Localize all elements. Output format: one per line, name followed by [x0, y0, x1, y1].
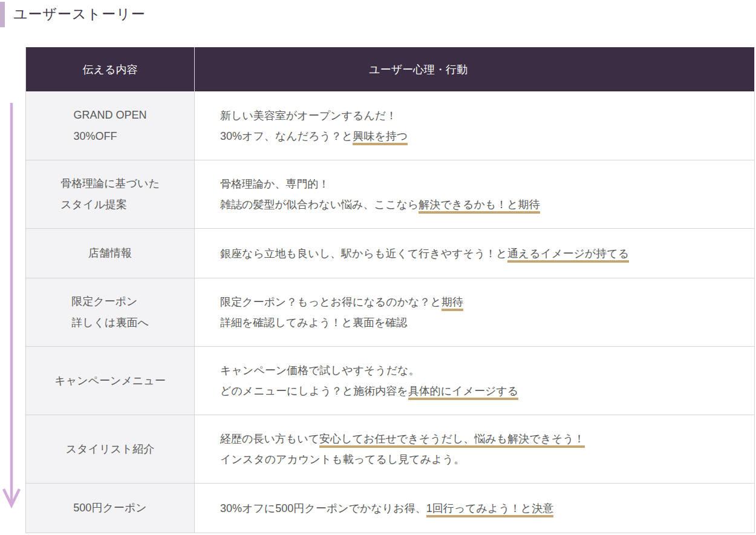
content-text: 店舗情報: [88, 243, 132, 264]
psychology-line: 30%オフに500円クーポンでかなりお得、1回行ってみよう！と決意: [220, 498, 553, 519]
psychology-line: 新しい美容室がオープンするんだ！: [220, 105, 408, 126]
text-segment: 銀座なら立地も良いし、駅からも近くて行きやすそう！と: [220, 248, 507, 260]
psychology-cell: キャンペーン価格で試しやすそうだな。どのメニューにしよう？と施術内容を具体的にイ…: [194, 347, 754, 415]
content-text: 限定クーポン詳しくは裏面へ: [71, 291, 149, 333]
table-row: 骨格理論に基づいたスタイル提案骨格理論か、専門的！雑誌の髪型が似合わない悩み、こ…: [26, 160, 754, 228]
psychology-line: 経歴の長い方もいて安心してお任せできそうだし、悩みも解決できそう！: [220, 428, 585, 449]
text-segment: 骨格理論か、専門的！: [220, 178, 329, 190]
text-segment: 限定クーポン？もっとお得になるのかな？と: [220, 296, 442, 308]
psychology-line: 銀座なら立地も良いし、駅からも近くて行きやすそう！と通えるイメージが持てる: [220, 243, 629, 264]
psychology-line: 30%オフ、なんだろう？と興味を持つ: [220, 126, 408, 146]
psychology-cell: 経歴の長い方もいて安心してお任せできそうだし、悩みも解決できそう！インスタのアカ…: [194, 415, 754, 483]
psychology-line: 限定クーポン？もっとお得になるのかな？と期待: [220, 292, 463, 312]
content-cell: キャンペーンメニュー: [26, 347, 194, 415]
page: ユーザーストーリー 伝える内容 ユーザー心理・行動 GRAND OPEN30%O…: [0, 0, 756, 535]
psychology-line: キャンペーン価格で試しやすそうだな。: [220, 360, 518, 381]
text-segment: 30%オフに500円クーポンでかなりお得、: [220, 502, 426, 514]
table-row: GRAND OPEN30%OFF新しい美容室がオープンするんだ！30%オフ、なん…: [26, 91, 754, 160]
content-cell: スタイリスト紹介: [26, 415, 194, 483]
highlighted-text: 通えるイメージが持てる: [507, 248, 629, 263]
psychology-text: 骨格理論か、専門的！雑誌の髪型が似合わない悩み、ここなら解決できるかも！と期待: [220, 174, 540, 215]
psychology-line: 詳細を確認してみよう！と裏面を確認: [220, 312, 463, 333]
psychology-cell: 30%オフに500円クーポンでかなりお得、1回行ってみよう！と決意: [194, 484, 754, 533]
psychology-line: どのメニューにしよう？と施術内容を具体的にイメージする: [220, 381, 518, 401]
table-header-row: 伝える内容 ユーザー心理・行動: [26, 47, 754, 91]
psychology-cell: 銀座なら立地も良いし、駅からも近くて行きやすそう！と通えるイメージが持てる: [194, 229, 754, 278]
content-line: スタイリスト紹介: [66, 439, 155, 460]
page-title: ユーザーストーリー: [13, 5, 146, 24]
header-psychology-column: ユーザー心理・行動: [194, 47, 754, 91]
content-line: 店舗情報: [88, 243, 132, 264]
user-story-table: 伝える内容 ユーザー心理・行動 GRAND OPEN30%OFF新しい美容室がオ…: [25, 47, 755, 533]
psychology-text: 30%オフに500円クーポンでかなりお得、1回行ってみよう！と決意: [220, 498, 553, 519]
table-body: GRAND OPEN30%OFF新しい美容室がオープンするんだ！30%オフ、なん…: [26, 91, 754, 533]
psychology-line: 雑誌の髪型が似合わない悩み、ここなら解決できるかも！と期待: [220, 194, 540, 215]
content-line: 詳しくは裏面へ: [71, 312, 149, 333]
text-segment: 30%オフ、なんだろう？と: [220, 130, 353, 142]
table-row: スタイリスト紹介経歴の長い方もいて安心してお任せできそうだし、悩みも解決できそう…: [26, 415, 754, 483]
psychology-text: キャンペーン価格で試しやすそうだな。どのメニューにしよう？と施術内容を具体的にイ…: [220, 360, 518, 401]
content-line: 500円クーポン: [73, 497, 146, 519]
psychology-cell: 新しい美容室がオープンするんだ！30%オフ、なんだろう？と興味を持つ: [194, 91, 754, 160]
psychology-line: インスタのアカウントも載ってるし見てみよう。: [220, 449, 585, 470]
content-text: 500円クーポン: [73, 497, 146, 519]
table-row: 店舗情報銀座なら立地も良いし、駅からも近くて行きやすそう！と通えるイメージが持て…: [26, 228, 754, 278]
text-segment: 雑誌の髪型が似合わない悩み、ここなら: [220, 199, 419, 211]
highlighted-text: 安心してお任せできそうだし、悩みも解決できそう！: [319, 433, 585, 448]
highlighted-text: 解決できるかも！と期待: [419, 199, 540, 214]
content-text: スタイリスト紹介: [66, 439, 155, 460]
highlighted-text: 1回行ってみよう！と決意: [426, 502, 554, 517]
psychology-text: 新しい美容室がオープンするんだ！30%オフ、なんだろう？と興味を持つ: [220, 105, 408, 146]
text-segment: インスタのアカウントも載ってるし見てみよう。: [220, 453, 464, 465]
highlighted-text: 具体的にイメージする: [408, 385, 519, 400]
content-text: GRAND OPEN30%OFF: [73, 105, 146, 147]
highlighted-text: 興味を持つ: [353, 130, 408, 145]
content-line: 骨格理論に基づいた: [60, 173, 160, 194]
content-line: 30%OFF: [73, 126, 146, 147]
psychology-text: 限定クーポン？もっとお得になるのかな？と期待詳細を確認してみよう！と裏面を確認: [220, 292, 463, 333]
content-line: スタイル提案: [60, 194, 160, 215]
psychology-text: 銀座なら立地も良いし、駅からも近くて行きやすそう！と通えるイメージが持てる: [220, 243, 629, 264]
psychology-line: 骨格理論か、専門的！: [220, 174, 540, 194]
highlighted-text: 期待: [442, 296, 463, 311]
content-line: 限定クーポン: [71, 291, 149, 312]
content-cell: 500円クーポン: [26, 484, 194, 533]
table-row: 限定クーポン詳しくは裏面へ限定クーポン？もっとお得になるのかな？と期待詳細を確認…: [26, 278, 754, 346]
text-segment: 経歴の長い方もいて: [220, 433, 319, 445]
content-text: キャンペーンメニュー: [54, 370, 165, 392]
psychology-text: 経歴の長い方もいて安心してお任せできそうだし、悩みも解決できそう！インスタのアカ…: [220, 428, 585, 470]
text-segment: 新しい美容室がオープンするんだ！: [220, 110, 397, 122]
content-cell: 骨格理論に基づいたスタイル提案: [26, 160, 194, 228]
psychology-cell: 骨格理論か、専門的！雑誌の髪型が似合わない悩み、ここなら解決できるかも！と期待: [194, 160, 754, 228]
content-cell: GRAND OPEN30%OFF: [26, 91, 194, 160]
down-arrow-icon: [0, 0, 24, 535]
text-segment: どのメニューにしよう？と施術内容を: [220, 385, 408, 397]
content-line: GRAND OPEN: [73, 105, 146, 126]
content-text: 骨格理論に基づいたスタイル提案: [60, 173, 160, 215]
content-line: キャンペーンメニュー: [54, 370, 165, 392]
table-row: 500円クーポン30%オフに500円クーポンでかなりお得、1回行ってみよう！と決…: [26, 483, 754, 533]
header-content-column: 伝える内容: [26, 47, 194, 91]
text-segment: 詳細を確認してみよう！と裏面を確認: [220, 317, 407, 329]
content-cell: 店舗情報: [26, 229, 194, 278]
content-cell: 限定クーポン詳しくは裏面へ: [26, 278, 194, 346]
text-segment: キャンペーン価格で試しやすそうだな。: [220, 364, 419, 376]
table-row: キャンペーンメニューキャンペーン価格で試しやすそうだな。どのメニューにしよう？と…: [26, 346, 754, 415]
psychology-cell: 限定クーポン？もっとお得になるのかな？と期待詳細を確認してみよう！と裏面を確認: [194, 278, 754, 346]
